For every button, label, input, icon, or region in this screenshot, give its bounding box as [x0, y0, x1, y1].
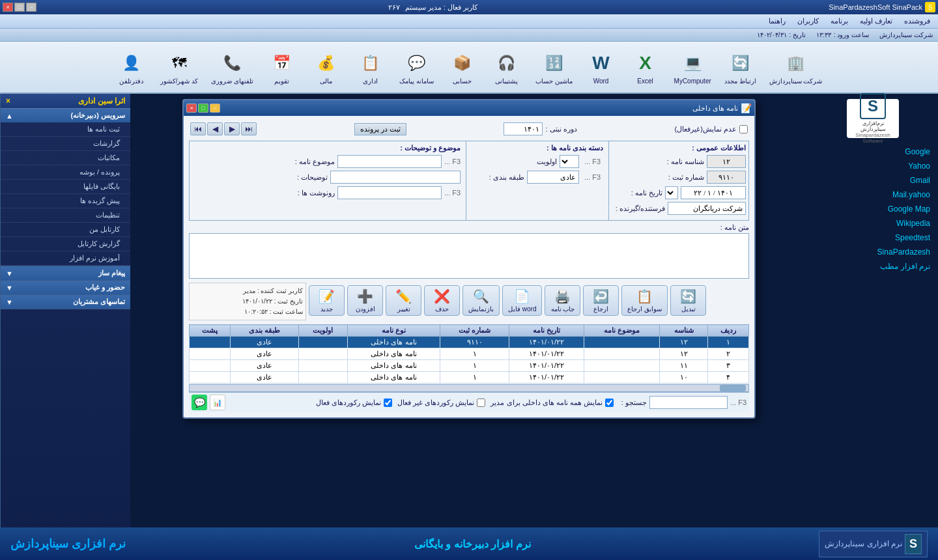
btn-print[interactable]: 🖨️ جاب نامه	[545, 285, 580, 316]
toolbar-sms[interactable]: 💬 سامانه پیامک	[395, 48, 438, 87]
dialog-window-controls[interactable]: − □ ×	[186, 104, 220, 113]
nav-prev-btn[interactable]: ◀	[207, 122, 223, 135]
bottom-icon-btns[interactable]: 📊 💬	[192, 395, 225, 410]
no-show-label[interactable]: عدم نمایش(غیرفعال)	[675, 125, 748, 133]
search-input[interactable]	[649, 396, 728, 409]
subject-input[interactable]	[337, 155, 442, 168]
notes-input[interactable]	[330, 171, 461, 184]
table-row[interactable]: ۳ ۱۱ ۱۴۰۱/۰۱/۲۲ ۱ نامه های داخلی عادی	[190, 360, 749, 372]
routines-f3-btn[interactable]: F3 ...	[444, 189, 461, 197]
dialog-close-btn[interactable]: ×	[186, 104, 197, 113]
nav-first-btn[interactable]: ⏮	[190, 122, 206, 135]
btn-add[interactable]: ➕ افزودن	[347, 285, 383, 316]
table-row[interactable]: ۲ ۱۲ ۱۴۰۱/۰۱/۲۲ ۱ نامه های داخلی عادی	[190, 348, 749, 360]
navigation-buttons[interactable]: ⏭ ▶ ◀ ⏮	[190, 122, 257, 135]
sidebar-item-presets[interactable]: پیش گزیده ها	[1, 194, 130, 208]
priority-f3-btn[interactable]: F3 ...	[582, 158, 603, 165]
window-controls[interactable]: − □ ×	[3, 3, 36, 12]
show-inactive-checkbox-label[interactable]: نمایش رکوردهای غیر فعال	[397, 399, 485, 407]
whatsapp-btn[interactable]: 💬	[192, 395, 207, 410]
link-sinapardazesh[interactable]: SinaPardazesh	[813, 246, 933, 258]
toolbar-word[interactable]: W Word	[582, 48, 621, 87]
toolbar-profile[interactable]: 👤 دفترتلفن	[112, 48, 151, 87]
cat-input[interactable]	[527, 171, 579, 184]
menu-users[interactable]: کاربران	[792, 16, 824, 27]
sidebar-item-register-letters[interactable]: ثبت نامه ها	[1, 122, 130, 137]
btn-refer[interactable]: ↩️ ارجاع	[583, 285, 619, 316]
menu-initial[interactable]: تعارف اولیه	[855, 16, 898, 27]
show-active-checkbox[interactable]	[384, 399, 392, 407]
sidebar-item-tutorial[interactable]: آموزش نرم افزار	[1, 251, 130, 266]
show-active-checkbox-label[interactable]: نمایش رکوردهای فعال	[316, 399, 392, 407]
menu-vendor[interactable]: فروشنده	[899, 16, 935, 27]
table-row[interactable]: ۴ ۱۰ ۱۴۰۱/۰۱/۲۲ ۱ نامه های داخلی عادی	[190, 372, 749, 384]
nav-last-btn[interactable]: ⏭	[241, 122, 257, 135]
letter-body-textarea[interactable]	[189, 233, 749, 279]
link-googlemap[interactable]: Google Map	[813, 203, 933, 215]
routines-input[interactable]	[337, 186, 442, 199]
reg-number-input[interactable]	[707, 171, 746, 184]
link-mailyahoo[interactable]: Mail.yahoo	[813, 189, 933, 201]
menu-program[interactable]: برنامه	[825, 16, 853, 27]
sidebar-item-archive[interactable]: بایگانی فایلها	[1, 180, 130, 194]
section-attendance-header[interactable]: حضور و غیاب ▼	[1, 281, 130, 294]
link-wikipedia[interactable]: Wikipedia	[813, 217, 933, 229]
search-f3-btn[interactable]: F3 ...	[730, 399, 746, 406]
btn-refer-history[interactable]: 📋 سوابق ارجاع	[621, 285, 668, 316]
toolbar-excel[interactable]: X Excel	[626, 48, 665, 87]
btn-new[interactable]: 📝 جدید	[309, 285, 345, 316]
dialog-maximize-btn[interactable]: □	[198, 104, 208, 113]
toolbar-company[interactable]: 🏢 شرکت سیناپردازش	[765, 48, 827, 87]
link-medical[interactable]: نرم افزار مطب	[813, 260, 933, 272]
toolbar-admin[interactable]: 📋 اداری	[351, 48, 390, 87]
link-yahoo[interactable]: Yahoo	[813, 160, 933, 172]
sidebar-item-my-desk[interactable]: کارتابل من	[1, 223, 130, 237]
toolbar-support[interactable]: 🎧 پشتیبانی	[487, 48, 526, 87]
link-speedtest[interactable]: Speedtest	[813, 232, 933, 244]
section-contacts-header[interactable]: تماسهای مشتریان ▼	[1, 295, 130, 309]
right-sidebar-close-btn[interactable]: ×	[6, 96, 10, 105]
register-btn[interactable]: ثبت در پرونده	[354, 123, 406, 135]
sidebar-item-correspondence[interactable]: مکاتبات	[1, 151, 130, 165]
btn-preview[interactable]: 🔍 بازنمایش	[462, 285, 500, 316]
minimize-btn[interactable]: −	[26, 3, 36, 12]
date-dropdown[interactable]	[665, 186, 678, 199]
cat-f3-btn[interactable]: F3 ...	[582, 173, 603, 181]
btn-convert[interactable]: 🔄 تبدیل	[670, 285, 706, 316]
maximize-btn[interactable]: □	[14, 3, 25, 12]
priority-dropdown[interactable]	[560, 155, 579, 168]
btn-delete[interactable]: ❌ حذف	[424, 285, 460, 316]
sidebar-item-settings[interactable]: تنظیمات	[1, 208, 130, 223]
toolbar-mycomputer[interactable]: 💻 MyComputer	[670, 48, 715, 87]
no-show-checkbox[interactable]	[739, 125, 748, 133]
horizontal-scrollbar[interactable]	[189, 384, 749, 392]
letter-date-input[interactable]	[681, 186, 746, 199]
toolbar-emergency[interactable]: 📞 تلفنهای ضروری	[207, 48, 257, 87]
subject-f3-btn[interactable]: F3 ...	[444, 158, 461, 165]
toolbar-financial[interactable]: 💰 مالی	[307, 48, 346, 87]
section-secretariat-header[interactable]: سرویس (دبیرخانه) ▲	[1, 109, 130, 122]
btn-edit[interactable]: ✏️ تغییر	[386, 285, 421, 316]
toolbar-reconnect[interactable]: 🔄 ارتباط مجدد	[720, 48, 760, 87]
table-row[interactable]: ۱ ۱۲ ۱۴۰۱/۰۱/۲۲ ۹۱۱۰ نامه های داخلی عادی	[190, 337, 749, 348]
btn-word[interactable]: 📄 فایل word	[502, 285, 542, 316]
toolbar-calendar[interactable]: 📅 تقویم	[263, 48, 302, 87]
menu-help[interactable]: راهنما	[763, 16, 791, 27]
show-all-checkbox[interactable]	[605, 399, 614, 407]
link-google[interactable]: Google	[813, 146, 933, 158]
show-all-checkbox-label[interactable]: نمایش همه نامه های داخلی برای مدیر	[490, 399, 613, 407]
toolbar-cashier[interactable]: 📦 حسابی	[443, 48, 482, 87]
link-gmail[interactable]: Gmail	[813, 175, 933, 186]
excel-export-btn[interactable]: 📊	[210, 395, 225, 410]
close-btn[interactable]: ×	[3, 3, 13, 12]
letter-id-input[interactable]	[707, 155, 746, 168]
dialog-minimize-btn[interactable]: −	[210, 104, 220, 113]
nav-next-btn[interactable]: ▶	[224, 122, 240, 135]
sidebar-item-desk-report[interactable]: گزارش کارتابل	[1, 237, 130, 251]
period-input[interactable]	[504, 122, 543, 135]
toolbar-accounting[interactable]: 🔢 ماشین حساب	[532, 48, 576, 87]
sender-input[interactable]	[668, 202, 746, 215]
toolbar-zipcode[interactable]: 🗺 کد شهر/کشور	[156, 48, 203, 87]
sidebar-item-reports[interactable]: گزارشات	[1, 137, 130, 151]
section-messaging-header[interactable]: پیغام ساز ▼	[1, 266, 130, 280]
